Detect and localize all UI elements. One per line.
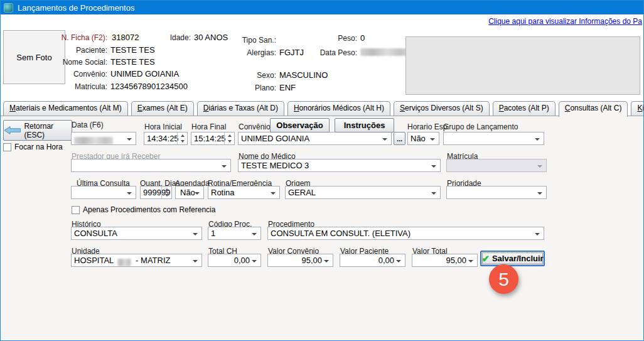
plano-value: ENF	[279, 83, 296, 92]
hora-final-down[interactable]	[225, 139, 234, 145]
observacao-button[interactable]: Observação	[270, 118, 330, 133]
link-strip: Clique aqui para visualizar Informações …	[1, 14, 643, 27]
salvar-incluir-label: Salvar/Incluir	[492, 254, 544, 263]
tab-pacotes[interactable]: Pacotes (Alt P)	[493, 101, 555, 116]
quant-dias-spinner[interactable]: 999999	[140, 186, 172, 199]
focar-na-hora-checkbox[interactable]	[3, 143, 11, 151]
nome-medico-combo[interactable]: TESTE MEDICO 3	[238, 159, 441, 172]
back-arrow-icon	[4, 126, 21, 135]
window-title: Lançamentos de Procedimentos	[18, 3, 134, 13]
peso-value: 0	[360, 33, 365, 43]
origem-combo[interactable]: GERAL	[285, 186, 441, 199]
patient-extra-panel	[405, 36, 640, 95]
apenas-referencia-label: Apenas Procedimentos com Referencia	[83, 205, 215, 214]
quant-dias-down[interactable]	[162, 193, 171, 199]
convenio-label: Convênio	[239, 122, 271, 131]
procedimento-combo[interactable]: CONSULTA EM CONSULT. (ELETIVA)	[267, 227, 544, 240]
tab-materiais[interactable]: Materiais e Medicamentos (Alt M)	[3, 101, 128, 116]
retornar-label: Retornar (ESC)	[24, 122, 72, 139]
tab-diarias[interactable]: Diárias e Taxas (Alt D)	[197, 101, 284, 116]
app-icon	[4, 3, 13, 13]
codigo-proc-combo[interactable]: 1	[208, 227, 261, 240]
patient-info-link[interactable]: Clique aqui para visualizar Informações …	[488, 17, 642, 26]
unidade-redacted-part	[117, 259, 131, 266]
ficha-label: N. Ficha (F2):	[38, 33, 107, 42]
convenio-header-label: Convênio:	[38, 70, 107, 78]
plano-label: Plano:	[213, 84, 276, 92]
check-icon: ✔	[481, 254, 490, 263]
historico-combo[interactable]: CONSULTA	[71, 227, 202, 240]
nome-social-label: Nome Social:	[38, 58, 107, 67]
hora-inicial-up[interactable]	[178, 133, 187, 139]
salvar-incluir-button[interactable]: ✔ Salvar/Incluir	[480, 251, 545, 266]
tab-consultas[interactable]: Consultas (Alt C)	[559, 101, 628, 117]
tab-bar: Materiais e Medicamentos (Alt M) Exames …	[3, 101, 644, 116]
paciente-value: TESTE TES	[110, 45, 155, 55]
quant-dias-up[interactable]	[162, 187, 171, 193]
data-f6-redacted-value	[74, 137, 113, 144]
apenas-referencia-checkbox[interactable]	[72, 206, 80, 214]
procedures-window: Lançamentos de Procedimentos Clique aqui…	[0, 0, 644, 341]
retornar-button[interactable]: Retornar (ESC)	[3, 120, 72, 141]
sexo-value: MASCULINO	[279, 70, 328, 80]
agendada-combo[interactable]: Não	[175, 186, 204, 199]
grupo-lancamento-label: Grupo de Lançamento	[443, 122, 518, 131]
prestador-combo[interactable]	[71, 159, 231, 172]
data-peso-redacted-value	[360, 48, 409, 56]
hora-inicial-label: Hora Inicial	[144, 122, 182, 131]
tab-exames[interactable]: Exames (Alt E)	[131, 101, 194, 116]
prioridade-combo[interactable]	[446, 186, 547, 199]
horario-esp-combo[interactable]: Não	[407, 132, 439, 145]
matricula-header-label: Matricula:	[38, 82, 107, 91]
rotina-emergencia-combo[interactable]: Rotina	[208, 186, 280, 199]
idade-label: Idade:	[134, 33, 191, 42]
hora-final-spinner[interactable]: 15:14:25	[191, 132, 235, 145]
tab-servicos[interactable]: Serviços Diversos (Alt S)	[394, 101, 490, 116]
instrucoes-button[interactable]: Instruções	[335, 118, 394, 133]
peso-label: Peso:	[307, 34, 357, 43]
matricula-header-value: 12345678901234500	[110, 82, 188, 91]
data-peso-label: Data Peso:	[307, 48, 357, 57]
data-f6-label: Data (F6)	[72, 121, 104, 129]
tab-kits[interactable]: Kits (Alt K)	[631, 101, 644, 116]
step-5-annotation-badge: 5	[489, 264, 518, 294]
tab-honorarios[interactable]: Honorários Médicos (Alt H)	[287, 101, 390, 116]
alergias-value: FGJTJ	[279, 48, 304, 57]
convenio-combo[interactable]: UNIMED GOIANIA	[238, 132, 392, 145]
tipo-san-label: Tipo San.:	[213, 36, 276, 45]
focar-na-hora-label: Focar na Hora	[14, 143, 63, 151]
unidade-combo[interactable]: HOSPITAL - MATRIZ	[71, 254, 202, 267]
ultima-consulta-combo[interactable]	[71, 186, 136, 199]
alergias-label: Alergias:	[213, 48, 276, 57]
apenas-referencia-row: Apenas Procedimentos com Referencia	[72, 205, 215, 214]
grupo-lancamento-combo[interactable]	[443, 132, 544, 145]
total-ch-combo[interactable]: 0,00	[208, 254, 261, 267]
valor-convenio-combo[interactable]: 95,00	[267, 254, 333, 267]
hora-inicial-down[interactable]	[178, 139, 187, 145]
hora-inicial-spinner[interactable]: 14:34:25	[144, 132, 188, 145]
convenio-ellipsis-button[interactable]: ...	[394, 132, 405, 145]
data-f6-combo[interactable]	[71, 132, 136, 145]
convenio-header-value: UNIMED GOIANIA	[110, 69, 179, 78]
nome-social-value: TESTE TES	[110, 57, 155, 67]
hora-final-up[interactable]	[225, 133, 234, 139]
title-bar: Lançamentos de Procedimentos	[1, 1, 643, 14]
paciente-label: Paciente:	[38, 46, 107, 55]
matricula-combo	[446, 159, 547, 172]
focar-na-hora-row: Focar na Hora	[3, 143, 63, 151]
hora-final-label: Hora Final	[191, 122, 226, 131]
sexo-label: Sexo:	[213, 71, 276, 80]
valor-paciente-combo[interactable]: 0,00	[340, 254, 405, 267]
valor-total-combo[interactable]: 95,00	[412, 254, 478, 267]
